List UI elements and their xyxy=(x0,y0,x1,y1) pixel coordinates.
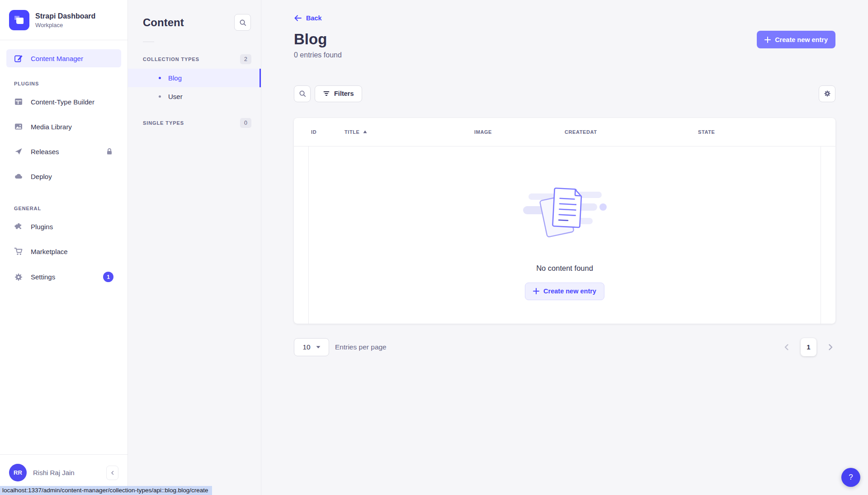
filters-button[interactable]: Filters xyxy=(315,85,362,102)
back-link[interactable]: Back xyxy=(294,14,322,22)
layout-grid-icon xyxy=(14,97,23,106)
table-header-row: ID TITLE IMAGE CREATEDAT STATE xyxy=(294,118,835,146)
entries-count: 0 entries found xyxy=(294,51,342,59)
column-header-image[interactable]: IMAGE xyxy=(474,129,565,135)
general-section-heading: GENERAL xyxy=(14,206,121,211)
search-icon xyxy=(298,90,307,98)
empty-documents-illustration xyxy=(520,181,609,245)
main-sidebar: Strapi Dashboard Workplace Content Manag… xyxy=(0,0,128,495)
filter-icon xyxy=(323,90,330,97)
content-subnav: Content COLLECTION TYPES 2 Blog User SIN… xyxy=(128,0,261,495)
arrow-left-icon xyxy=(294,14,302,22)
user-name: Rishi Raj Jain xyxy=(33,469,75,476)
chevron-left-icon xyxy=(110,471,115,475)
sidebar-item-label: Content Manager xyxy=(31,55,83,62)
column-header-title[interactable]: TITLE xyxy=(344,129,474,135)
sidebar-item-label: Settings xyxy=(31,273,55,281)
sidebar-item-plugins[interactable]: Plugins xyxy=(6,217,121,236)
workspace-name: Workplace xyxy=(35,22,95,28)
sidebar-item-marketplace[interactable]: Marketplace xyxy=(6,242,121,260)
empty-state: No content found Create new entry xyxy=(308,146,821,324)
sort-asc-icon xyxy=(363,130,367,133)
single-types-heading: SINGLE TYPES xyxy=(143,120,184,126)
sidebar-item-label: Deploy xyxy=(31,173,52,180)
cart-icon xyxy=(14,247,23,256)
sidebar-item-label: Content-Type Builder xyxy=(31,98,94,106)
sidebar-item-label: Marketplace xyxy=(31,248,68,255)
chevron-left-icon xyxy=(784,344,789,350)
empty-create-new-entry-button[interactable]: Create new entry xyxy=(525,283,604,300)
sidebar-item-releases[interactable]: Releases xyxy=(6,142,121,160)
help-button[interactable]: ? xyxy=(841,468,860,487)
subnav-title: Content xyxy=(143,16,184,29)
collapse-sidebar-button[interactable] xyxy=(106,466,118,480)
sidebar-item-settings[interactable]: Settings 1 xyxy=(6,267,121,287)
sidebar-item-content-type-builder[interactable]: Content-Type Builder xyxy=(6,93,121,111)
gear-icon xyxy=(14,273,23,282)
search-icon xyxy=(239,19,247,27)
brand-header[interactable]: Strapi Dashboard Workplace xyxy=(0,0,127,40)
column-header-createdat[interactable]: CREATEDAT xyxy=(565,129,698,135)
sidebar-item-media-library[interactable]: Media Library xyxy=(6,118,121,136)
subnav-item-label: User xyxy=(168,93,183,100)
pencil-square-icon xyxy=(14,54,23,63)
subnav-item-user[interactable]: User xyxy=(128,87,261,106)
plus-icon xyxy=(764,37,771,43)
sidebar-item-content-manager[interactable]: Content Manager xyxy=(6,49,121,67)
pagination-bar: 10 Entries per page 1 xyxy=(294,338,835,356)
subnav-item-label: Blog xyxy=(168,74,182,82)
column-header-id[interactable]: ID xyxy=(311,129,344,135)
user-avatar[interactable]: RR xyxy=(9,464,27,481)
chevron-right-icon xyxy=(828,344,833,350)
bullet-icon xyxy=(159,77,161,79)
paper-plane-icon xyxy=(14,147,23,156)
entries-table: ID TITLE IMAGE CREATEDAT STATE xyxy=(294,118,835,324)
subnav-search-button[interactable] xyxy=(234,14,251,31)
previous-page-button[interactable] xyxy=(782,342,792,352)
collection-types-count-badge: 2 xyxy=(240,54,251,64)
settings-notification-badge: 1 xyxy=(103,272,113,282)
link-preview-statusbar: localhost:1337/admin/content-manager/col… xyxy=(0,486,212,495)
empty-state-message: No content found xyxy=(536,264,593,273)
back-label: Back xyxy=(306,14,322,22)
page-size-select[interactable]: 10 xyxy=(294,338,329,356)
bullet-icon xyxy=(159,95,161,98)
divider xyxy=(143,42,154,42)
strapi-logo-icon xyxy=(9,10,29,30)
image-icon xyxy=(14,122,23,131)
plugins-section-heading: PLUGINS xyxy=(14,81,121,86)
collection-types-heading: COLLECTION TYPES xyxy=(143,57,199,62)
lock-icon xyxy=(105,147,113,156)
sidebar-item-label: Releases xyxy=(31,148,59,156)
column-header-state[interactable]: STATE xyxy=(698,129,835,135)
page-title: Blog xyxy=(294,31,342,48)
sidebar-item-deploy[interactable]: Deploy xyxy=(6,167,121,185)
puzzle-icon xyxy=(14,222,23,231)
table-search-button[interactable] xyxy=(294,85,311,102)
sidebar-item-label: Plugins xyxy=(31,223,53,231)
view-settings-button[interactable] xyxy=(819,85,835,102)
subnav-item-blog[interactable]: Blog xyxy=(128,69,261,87)
sidebar-item-label: Media Library xyxy=(31,123,72,131)
cloud-icon xyxy=(14,172,23,181)
page-number-button[interactable]: 1 xyxy=(801,338,816,356)
main-content: Back Blog 0 entries found Create new ent… xyxy=(261,0,868,495)
chevron-down-icon xyxy=(316,346,321,349)
plus-icon xyxy=(533,288,539,294)
entries-per-page-label: Entries per page xyxy=(335,343,387,351)
single-types-count-badge: 0 xyxy=(240,118,251,128)
gear-icon xyxy=(823,90,831,98)
app-title: Strapi Dashboard xyxy=(35,12,95,20)
next-page-button[interactable] xyxy=(826,342,835,352)
create-new-entry-button[interactable]: Create new entry xyxy=(757,31,835,48)
